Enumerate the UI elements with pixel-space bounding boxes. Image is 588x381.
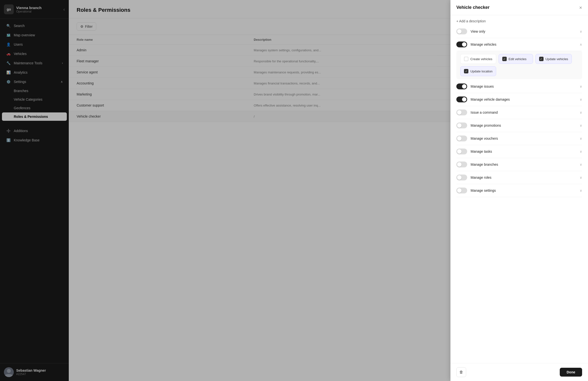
perm-chevron-manage-tasks[interactable]: ∨ [580,149,582,153]
perm-label-manage-tasks: Manage tasks [471,149,576,153]
perm-label-manage-promotions: Manage promotions [471,123,576,127]
perm-chevron-manage-promotions[interactable]: ∨ [580,123,582,127]
permission-row-manage-tasks: Manage tasks ∨ [456,145,582,158]
perm-chevron-manage-vehicle-damages[interactable]: ∨ [580,98,582,101]
perm-label-issue-a-command: Issue a command [471,110,576,114]
sub-perm-update-location[interactable]: Update location [460,66,496,76]
add-description-link[interactable]: + Add a description [456,15,582,25]
perm-chevron-manage-settings[interactable]: ∨ [580,189,582,192]
perm-chevron-manage-roles[interactable]: ∨ [580,176,582,180]
permission-row-manage-settings: Manage settings ∨ [456,184,582,197]
vehicle-checker-panel: Vehicle checker × + Add a description Vi… [450,0,588,381]
permission-row-manage-promotions: Manage promotions ∨ [456,119,582,132]
permission-row-manage-branches: Manage branches ∨ [456,158,582,171]
perm-chevron-view-only[interactable]: ∨ [580,29,582,33]
perm-label-view-only: View only [471,29,576,33]
sub-perm-create-vehicles[interactable]: Create vehicles [460,54,496,64]
sub-perm-label-update-vehicles: Update vehicles [546,57,568,61]
permission-row-manage-roles: Manage roles ∨ [456,171,582,184]
permissions-list: View only ∨ Manage vehicles ∧ Create veh… [456,25,582,197]
perm-chevron-manage-vehicles[interactable]: ∧ [580,42,582,46]
perm-chevron-manage-vouchers[interactable]: ∨ [580,137,582,140]
perm-label-manage-issues: Manage issues [471,84,576,88]
perm-chevron-manage-branches[interactable]: ∨ [580,162,582,166]
delete-button[interactable]: 🗑 [456,367,466,377]
checkbox-edit-vehicles[interactable] [502,57,507,61]
perm-label-manage-roles: Manage roles [471,176,576,180]
sub-perm-label-edit-vehicles: Edit vehicles [509,57,526,61]
permission-row-issue-a-command: Issue a command ∨ [456,106,582,119]
toggle-manage-branches[interactable] [456,161,467,167]
permission-row-manage-vehicles: Manage vehicles ∧ [456,38,582,51]
toggle-issue-a-command[interactable] [456,109,467,115]
panel-header: Vehicle checker × [450,0,588,15]
toggle-manage-vouchers[interactable] [456,136,467,141]
toggle-manage-promotions[interactable] [456,122,467,128]
toggle-view-only[interactable] [456,28,467,34]
toggle-manage-tasks[interactable] [456,148,467,154]
sub-perm-label-create-vehicles: Create vehicles [470,57,492,61]
sub-perm-edit-vehicles[interactable]: Edit vehicles [499,54,533,64]
panel-body: + Add a description View only ∨ Manage v… [450,15,588,363]
checkbox-update-vehicles[interactable] [539,57,544,61]
checkbox-update-location[interactable] [464,69,468,73]
delete-icon: 🗑 [459,370,463,374]
perm-label-manage-vehicles: Manage vehicles [471,42,576,46]
permission-row-manage-vehicle-damages: Manage vehicle damages ∨ [456,93,582,106]
toggle-manage-vehicle-damages[interactable] [456,97,467,102]
done-button[interactable]: Done [560,368,582,377]
checkbox-create-vehicles[interactable] [464,57,468,61]
panel-footer: 🗑 Done [450,363,588,381]
perm-label-manage-settings: Manage settings [471,189,576,192]
perm-label-manage-branches: Manage branches [471,162,576,166]
sub-perm-label-update-location: Update location [470,69,492,73]
close-button[interactable]: × [579,5,582,10]
perm-chevron-issue-a-command[interactable]: ∨ [580,110,582,114]
permission-row-manage-issues: Manage issues ∨ [456,80,582,93]
sub-permissions-manage-vehicles: Create vehicles Edit vehicles Update veh… [456,51,582,79]
permission-row-view-only: View only ∨ [456,25,582,38]
toggle-manage-roles[interactable] [456,175,467,180]
perm-label-manage-vouchers: Manage vouchers [471,137,576,140]
sub-perm-update-vehicles[interactable]: Update vehicles [535,54,572,64]
perm-label-manage-vehicle-damages: Manage vehicle damages [471,98,576,101]
permission-row-manage-vouchers: Manage vouchers ∨ [456,132,582,145]
toggle-manage-issues[interactable] [456,83,467,89]
perm-chevron-manage-issues[interactable]: ∨ [580,84,582,88]
toggle-manage-settings[interactable] [456,188,467,193]
panel-title: Vehicle checker [456,5,489,10]
toggle-manage-vehicles[interactable] [456,41,467,47]
